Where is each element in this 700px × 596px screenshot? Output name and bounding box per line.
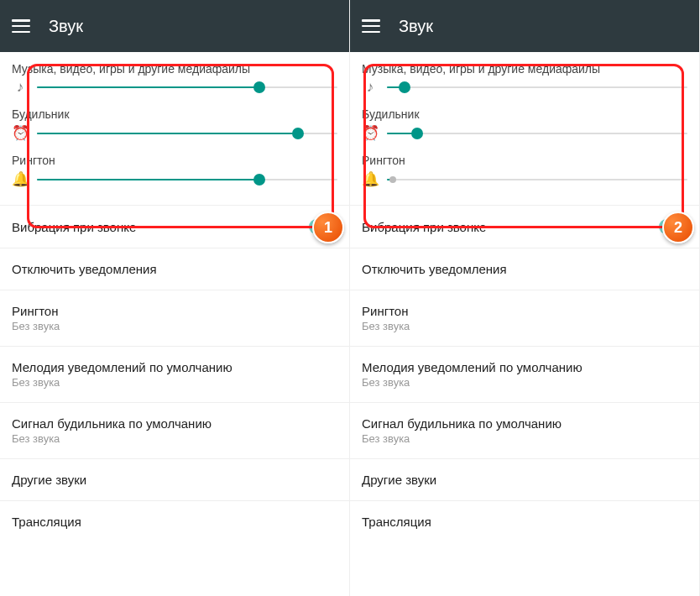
media-slider[interactable] [387,86,687,88]
alarm-sound-row[interactable]: Сигнал будильника по умолчанию Без звука [0,402,349,458]
ring-slider-label: Рингтон [12,154,337,167]
header-title: Звук [49,17,83,36]
settings-list: Музыка, видео, игры и другие медиафайлы … [0,52,349,542]
media-slider-label: Музыка, видео, игры и другие медиафайлы [12,62,337,76]
bell-icon: 🔔 [12,170,29,188]
cast-row[interactable]: Трансляция [350,500,699,542]
vibrate-on-ring-row[interactable]: Вибрация при звонке [0,205,349,248]
header: Звук [350,0,699,52]
music-note-icon: ♪ [12,79,29,96]
header: Звук [0,0,349,52]
volume-sliders: Музыка, видео, игры и другие медиафайлы … [0,52,349,205]
music-note-icon: ♪ [362,79,379,96]
alarm-slider-label: Будильник [12,107,337,121]
other-sounds-row[interactable]: Другие звуки [350,458,699,500]
alarm-clock-icon: ⏰ [362,124,379,142]
dnd-row[interactable]: Отключить уведомления [350,248,699,290]
phone-right: Звук Музыка, видео, игры и другие медиаф… [350,0,700,596]
ring-slider[interactable] [37,179,337,180]
settings-list: Музыка, видео, игры и другие медиафайлы … [350,52,699,542]
step-badge-2: 2 [662,212,694,243]
cast-row[interactable]: Трансляция [0,500,349,542]
other-sounds-row[interactable]: Другие звуки [0,458,349,500]
alarm-slider[interactable] [387,133,687,134]
alarm-clock-icon: ⏰ [12,124,29,142]
media-slider-label: Музыка, видео, игры и другие медиафайлы [362,62,687,76]
bell-icon: 🔔 [362,170,379,188]
phone-left: Звук Музыка, видео, игры и другие медиаф… [0,0,350,596]
vibrate-on-ring-row[interactable]: Вибрация при звонке [350,205,699,248]
alarm-sound-row[interactable]: Сигнал будильника по умолчанию Без звука [350,402,699,458]
dnd-row[interactable]: Отключить уведомления [0,248,349,290]
alarm-slider[interactable] [37,133,337,134]
menu-icon[interactable] [362,19,380,33]
notification-sound-row[interactable]: Мелодия уведомлений по умолчанию Без зву… [350,346,699,402]
menu-icon[interactable] [12,19,30,33]
volume-sliders: Музыка, видео, игры и другие медиафайлы … [350,52,699,205]
ring-slider[interactable] [387,179,687,180]
media-slider[interactable] [37,86,337,88]
ring-slider-label: Рингтон [362,154,687,167]
ringtone-row[interactable]: Рингтон Без звука [0,290,349,346]
notification-sound-row[interactable]: Мелодия уведомлений по умолчанию Без зву… [0,346,349,402]
step-badge-1: 1 [312,212,344,243]
header-title: Звук [399,17,433,36]
ringtone-row[interactable]: Рингтон Без звука [350,290,699,346]
alarm-slider-label: Будильник [362,107,687,121]
